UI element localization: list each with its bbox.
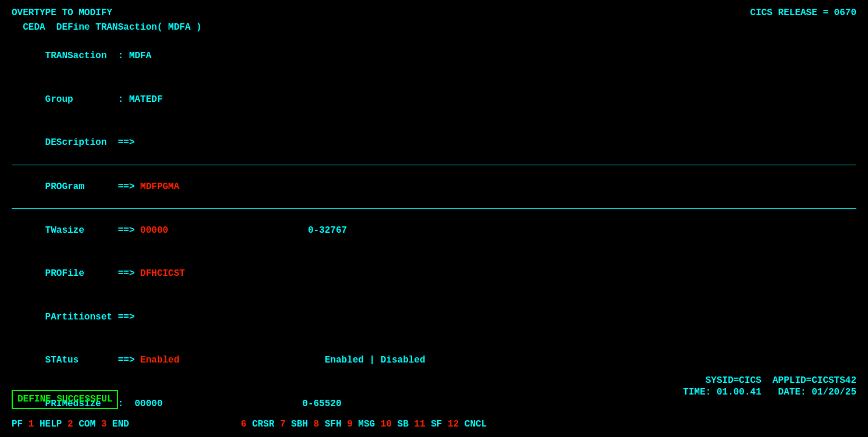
header-bar: OVERTYPE TO MODIFY CICS RELEASE = 0670 [12, 6, 856, 20]
pf10-key[interactable]: 10 [381, 419, 398, 429]
define-successful: DEFINE SUCCESSFUL [12, 390, 118, 409]
pf11-key[interactable]: 11 [414, 419, 431, 429]
pf2-label: COM [79, 419, 101, 429]
pf3-key[interactable]: 3 [101, 419, 112, 429]
pf2-key[interactable]: 2 [68, 419, 79, 429]
pf-label: PF [12, 419, 29, 429]
pf10-label: SB [398, 419, 414, 429]
pf9-label: MSG [358, 419, 380, 429]
pf7-key[interactable]: 7 [280, 419, 291, 429]
pf-spacer [129, 419, 241, 429]
pf11-label: SF [431, 419, 448, 429]
field-twasize: TWasize ==> 00000 0-32767 [12, 209, 856, 252]
overtype-label: OVERTYPE TO MODIFY [12, 6, 112, 20]
pf9-key[interactable]: 9 [347, 419, 358, 429]
field-partitionset: PArtitionset ==> [12, 296, 856, 339]
pf3-label: END [112, 419, 129, 429]
field-description: DEScription ==> [12, 121, 856, 164]
pf6-key[interactable]: 6 [241, 419, 252, 429]
pf8-label: SFH [325, 419, 347, 429]
pf1-key[interactable]: 1 [29, 419, 40, 429]
pf7-label: SBH [291, 419, 313, 429]
pf8-key[interactable]: 8 [314, 419, 325, 429]
field-program: PROGram ==> MDFPGMA [12, 165, 856, 208]
field-group: Group : MATEDF [12, 78, 856, 121]
sysid-line: SYSID=CICS APPLID=CICSTS42 [706, 375, 856, 386]
pf6-label: CRSR [252, 419, 280, 429]
pf12-key[interactable]: 12 [448, 419, 465, 429]
pf12-label: CNCL [465, 419, 487, 429]
cics-release: CICS RELEASE = 0670 [750, 6, 856, 20]
pf1-label: HELP [40, 419, 68, 429]
time-date-line: TIME: 01.00.41 DATE: 01/20/25 [683, 387, 856, 397]
terminal-screen: OVERTYPE TO MODIFY CICS RELEASE = 0670 C… [0, 0, 868, 437]
pf-function-bar: PF 1 HELP 2 COM 3 END 6 CRSR 7 SBH 8 SFH… [0, 411, 868, 437]
ceda-line: CEDA DEFine TRANSaction( MDFA ) [12, 20, 856, 35]
field-profile: PROFile ==> DFHCICST [12, 253, 856, 296]
field-transaction: TRANSaction : MDFA [12, 35, 856, 78]
